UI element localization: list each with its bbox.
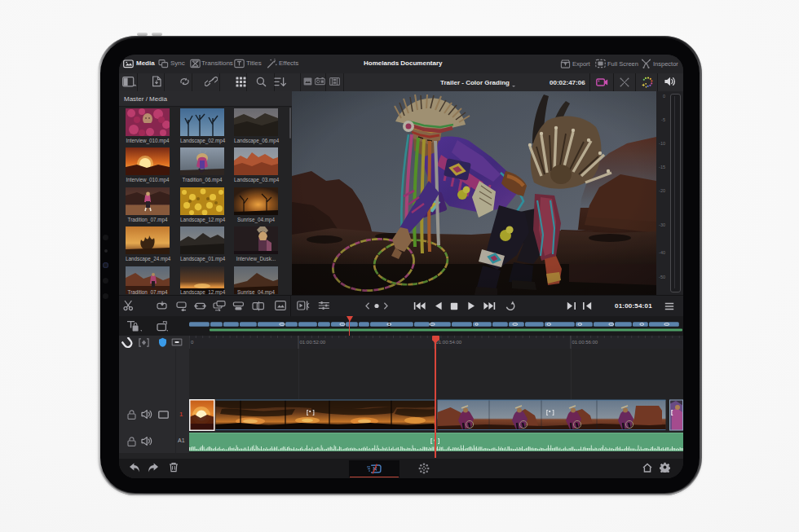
svg-text:]: ] [553,409,554,415]
svg-text:]: ] [438,437,439,444]
svg-text:]: ] [313,409,315,415]
